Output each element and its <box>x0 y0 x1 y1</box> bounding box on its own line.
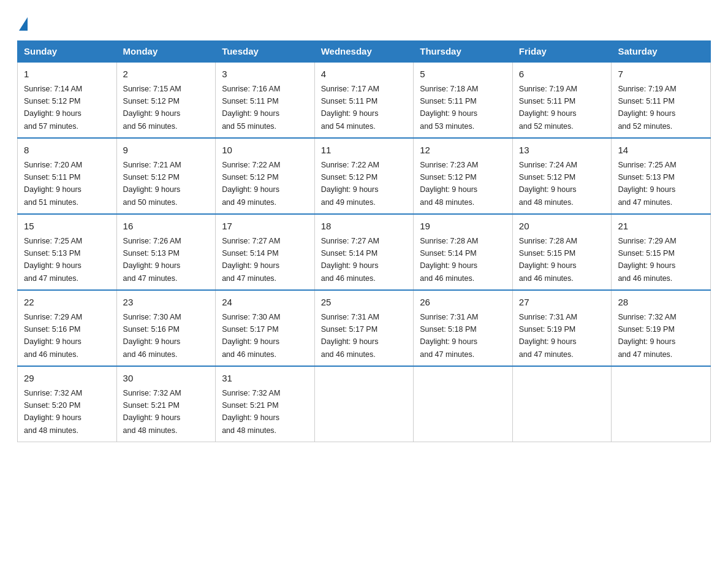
day-number: 25 <box>321 296 408 310</box>
day-number: 5 <box>420 67 506 82</box>
day-number: 23 <box>123 296 210 310</box>
day-info: Sunrise: 7:26 AMSunset: 5:13 PMDaylight:… <box>123 237 181 283</box>
logo <box>17 15 28 29</box>
header-cell-tuesday: Tuesday <box>216 41 315 63</box>
day-info: Sunrise: 7:32 AMSunset: 5:21 PMDaylight:… <box>123 389 181 435</box>
day-info: Sunrise: 7:30 AMSunset: 5:17 PMDaylight:… <box>222 313 280 359</box>
calendar-cell: 18 Sunrise: 7:27 AMSunset: 5:14 PMDaylig… <box>314 214 414 290</box>
day-info: Sunrise: 7:32 AMSunset: 5:21 PMDaylight:… <box>222 389 280 435</box>
header-cell-monday: Monday <box>116 41 216 63</box>
day-number: 9 <box>123 144 210 158</box>
calendar-cell: 29 Sunrise: 7:32 AMSunset: 5:20 PMDaylig… <box>18 366 117 442</box>
calendar-cell <box>314 366 414 442</box>
day-info: Sunrise: 7:27 AMSunset: 5:14 PMDaylight:… <box>222 237 280 283</box>
day-info: Sunrise: 7:32 AMSunset: 5:19 PMDaylight:… <box>618 313 676 359</box>
day-info: Sunrise: 7:24 AMSunset: 5:12 PMDaylight:… <box>519 161 577 207</box>
calendar-week-row: 8 Sunrise: 7:20 AMSunset: 5:11 PMDayligh… <box>18 138 711 214</box>
day-number: 20 <box>519 220 605 234</box>
header <box>17 15 711 29</box>
day-number: 17 <box>222 220 308 234</box>
calendar-cell: 1 Sunrise: 7:14 AMSunset: 5:12 PMDayligh… <box>18 62 117 138</box>
day-number: 28 <box>618 296 704 310</box>
day-number: 15 <box>24 220 110 234</box>
day-number: 6 <box>519 67 605 82</box>
day-number: 4 <box>321 67 408 82</box>
day-number: 22 <box>24 296 110 310</box>
day-info: Sunrise: 7:14 AMSunset: 5:12 PMDaylight:… <box>24 85 82 131</box>
day-number: 1 <box>24 67 110 82</box>
day-info: Sunrise: 7:32 AMSunset: 5:20 PMDaylight:… <box>24 389 82 435</box>
calendar-cell: 10 Sunrise: 7:22 AMSunset: 5:12 PMDaylig… <box>216 138 315 214</box>
day-info: Sunrise: 7:29 AMSunset: 5:16 PMDaylight:… <box>24 313 82 359</box>
header-cell-saturday: Saturday <box>612 41 711 63</box>
calendar-cell: 16 Sunrise: 7:26 AMSunset: 5:13 PMDaylig… <box>116 214 216 290</box>
day-info: Sunrise: 7:31 AMSunset: 5:19 PMDaylight:… <box>519 313 577 359</box>
calendar-cell: 3 Sunrise: 7:16 AMSunset: 5:11 PMDayligh… <box>216 62 315 138</box>
calendar-cell: 21 Sunrise: 7:29 AMSunset: 5:15 PMDaylig… <box>612 214 711 290</box>
calendar-cell: 7 Sunrise: 7:19 AMSunset: 5:11 PMDayligh… <box>612 62 711 138</box>
calendar-week-row: 15 Sunrise: 7:25 AMSunset: 5:13 PMDaylig… <box>18 214 711 290</box>
day-info: Sunrise: 7:25 AMSunset: 5:13 PMDaylight:… <box>618 161 676 207</box>
calendar-cell: 11 Sunrise: 7:22 AMSunset: 5:12 PMDaylig… <box>314 138 414 214</box>
calendar-cell: 4 Sunrise: 7:17 AMSunset: 5:11 PMDayligh… <box>314 62 414 138</box>
calendar-cell: 2 Sunrise: 7:15 AMSunset: 5:12 PMDayligh… <box>116 62 216 138</box>
day-number: 13 <box>519 144 605 158</box>
calendar-cell: 30 Sunrise: 7:32 AMSunset: 5:21 PMDaylig… <box>116 366 216 442</box>
day-info: Sunrise: 7:19 AMSunset: 5:11 PMDaylight:… <box>618 85 676 131</box>
calendar-cell: 13 Sunrise: 7:24 AMSunset: 5:12 PMDaylig… <box>512 138 612 214</box>
day-number: 11 <box>321 144 408 158</box>
day-number: 24 <box>222 296 308 310</box>
calendar-cell <box>512 366 612 442</box>
calendar-cell <box>414 366 513 442</box>
header-cell-wednesday: Wednesday <box>314 41 414 63</box>
day-number: 2 <box>123 67 210 82</box>
calendar-cell: 23 Sunrise: 7:30 AMSunset: 5:16 PMDaylig… <box>116 290 216 366</box>
day-info: Sunrise: 7:17 AMSunset: 5:11 PMDaylight:… <box>321 85 379 131</box>
day-number: 26 <box>420 296 506 310</box>
header-cell-friday: Friday <box>512 41 612 63</box>
calendar-cell: 12 Sunrise: 7:23 AMSunset: 5:12 PMDaylig… <box>414 138 513 214</box>
calendar-cell: 31 Sunrise: 7:32 AMSunset: 5:21 PMDaylig… <box>216 366 315 442</box>
calendar-week-row: 29 Sunrise: 7:32 AMSunset: 5:20 PMDaylig… <box>18 366 711 442</box>
day-number: 16 <box>123 220 210 234</box>
calendar-table: SundayMondayTuesdayWednesdayThursdayFrid… <box>17 40 711 442</box>
day-number: 30 <box>123 372 210 386</box>
day-info: Sunrise: 7:28 AMSunset: 5:15 PMDaylight:… <box>519 237 577 283</box>
header-cell-sunday: Sunday <box>18 41 117 63</box>
day-number: 27 <box>519 296 605 310</box>
calendar-cell: 19 Sunrise: 7:28 AMSunset: 5:14 PMDaylig… <box>414 214 513 290</box>
calendar-cell: 28 Sunrise: 7:32 AMSunset: 5:19 PMDaylig… <box>612 290 711 366</box>
calendar-cell: 5 Sunrise: 7:18 AMSunset: 5:11 PMDayligh… <box>414 62 513 138</box>
day-info: Sunrise: 7:15 AMSunset: 5:12 PMDaylight:… <box>123 85 181 131</box>
calendar-cell: 22 Sunrise: 7:29 AMSunset: 5:16 PMDaylig… <box>18 290 117 366</box>
header-cell-thursday: Thursday <box>414 41 513 63</box>
day-info: Sunrise: 7:31 AMSunset: 5:18 PMDaylight:… <box>420 313 478 359</box>
calendar-cell: 9 Sunrise: 7:21 AMSunset: 5:12 PMDayligh… <box>116 138 216 214</box>
calendar-week-row: 22 Sunrise: 7:29 AMSunset: 5:16 PMDaylig… <box>18 290 711 366</box>
calendar-body: 1 Sunrise: 7:14 AMSunset: 5:12 PMDayligh… <box>18 62 711 442</box>
day-number: 19 <box>420 220 506 234</box>
day-info: Sunrise: 7:20 AMSunset: 5:11 PMDaylight:… <box>24 161 82 207</box>
calendar-week-row: 1 Sunrise: 7:14 AMSunset: 5:12 PMDayligh… <box>18 62 711 138</box>
day-number: 3 <box>222 67 308 82</box>
day-number: 7 <box>618 67 704 82</box>
calendar-cell: 15 Sunrise: 7:25 AMSunset: 5:13 PMDaylig… <box>18 214 117 290</box>
day-number: 31 <box>222 372 308 386</box>
day-number: 14 <box>618 144 704 158</box>
day-info: Sunrise: 7:30 AMSunset: 5:16 PMDaylight:… <box>123 313 181 359</box>
day-number: 8 <box>24 144 110 158</box>
calendar-cell: 25 Sunrise: 7:31 AMSunset: 5:17 PMDaylig… <box>314 290 414 366</box>
day-info: Sunrise: 7:27 AMSunset: 5:14 PMDaylight:… <box>321 237 379 283</box>
calendar-header-row: SundayMondayTuesdayWednesdayThursdayFrid… <box>18 41 711 63</box>
calendar-header: SundayMondayTuesdayWednesdayThursdayFrid… <box>18 41 711 63</box>
day-number: 18 <box>321 220 408 234</box>
day-info: Sunrise: 7:31 AMSunset: 5:17 PMDaylight:… <box>321 313 379 359</box>
day-info: Sunrise: 7:29 AMSunset: 5:15 PMDaylight:… <box>618 237 676 283</box>
logo-triangle-icon <box>19 17 28 31</box>
calendar-cell <box>612 366 711 442</box>
calendar-cell: 17 Sunrise: 7:27 AMSunset: 5:14 PMDaylig… <box>216 214 315 290</box>
calendar-cell: 14 Sunrise: 7:25 AMSunset: 5:13 PMDaylig… <box>612 138 711 214</box>
day-info: Sunrise: 7:28 AMSunset: 5:14 PMDaylight:… <box>420 237 478 283</box>
day-number: 29 <box>24 372 110 386</box>
day-info: Sunrise: 7:25 AMSunset: 5:13 PMDaylight:… <box>24 237 82 283</box>
